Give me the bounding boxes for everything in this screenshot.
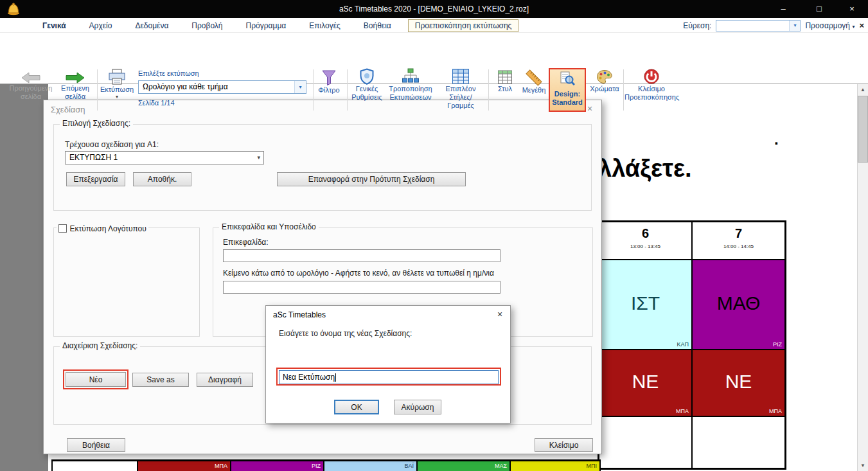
teacher-tag: ΡΙΖ: [773, 341, 782, 348]
tab-voitheia[interactable]: Βοήθεια: [357, 20, 398, 31]
search-input[interactable]: ▾: [716, 20, 801, 31]
tabbar-right-cluster: Εύρεση: ▾ Προσαρμογή ▾ ×: [683, 19, 864, 31]
header-input[interactable]: [223, 249, 500, 262]
customize-menu[interactable]: Προσαρμογή ▾: [805, 21, 855, 30]
filter-button[interactable]: Φίλτρο: [315, 69, 343, 94]
maximize-button[interactable]: □: [804, 0, 834, 18]
printout-select[interactable]: Ωρολόγιο για κάθε τμήμα ▾: [138, 80, 306, 94]
restore-default-button[interactable]: Επαναφορά στην Πρότυπη Σχεδίαση: [277, 172, 466, 186]
design-name-input[interactable]: Νεα Εκτύπωση: [279, 370, 499, 384]
ribbon-tab-bar: Γενικά Αρχείο Δεδομένα Προβολή Πρόγραμμα…: [0, 18, 868, 33]
subject-label: ΝΕ: [693, 371, 784, 393]
vertical-scrollbar[interactable]: ▲ ▼: [857, 84, 868, 471]
table-grid-icon: [437, 68, 484, 85]
tab-epiloges[interactable]: Επιλογές: [303, 20, 347, 31]
teacher-tag: ΡΙΖ: [312, 463, 321, 469]
tab-dedomena[interactable]: Δεδομένα: [128, 20, 175, 31]
print-logo-label: Εκτύπωση Λογότυπου: [69, 224, 146, 233]
delete-button[interactable]: Διαγραφή: [197, 373, 253, 387]
palette-icon: [589, 69, 621, 85]
close-dialog-button[interactable]: Κλείσιμο: [535, 438, 593, 452]
preview-bottom-row: ΜΠΑ ΡΙΖ ΒΑΪ ΜΑΣ ΜΠΙ: [51, 459, 601, 471]
scrollbar-thumb[interactable]: [858, 96, 868, 163]
teacher-tag: ΜΠΙ: [587, 463, 598, 469]
tab-print-preview[interactable]: Προεπισκόπηση εκτύπωσης: [408, 19, 519, 32]
tab-programma[interactable]: Πρόγραμμα: [240, 20, 293, 31]
header-label: Επικεφαλίδα:: [223, 238, 269, 247]
ruler-icon: [519, 69, 549, 86]
close-button[interactable]: ×: [837, 0, 867, 18]
arrow-right-icon: [57, 71, 94, 84]
timetable-cell: ΜΑΣ: [418, 461, 511, 471]
save-button[interactable]: Αποθήκ.: [133, 172, 191, 186]
period-time: 13:00 - 13:45: [599, 244, 691, 249]
timetable-cell: ΜΠΑ: [138, 461, 231, 471]
subject-label: ΝΕ: [599, 371, 691, 393]
chevron-down-icon[interactable]: ▾: [100, 94, 134, 100]
timetable-header-cell: 7 14:00 - 14:45: [693, 222, 784, 259]
tab-genika[interactable]: Γενικά: [36, 20, 73, 31]
period-time: 14:00 - 14:45: [693, 244, 784, 249]
chevron-down-icon[interactable]: ▾: [257, 152, 260, 164]
teacher-tag: ΒΑΪ: [404, 463, 414, 469]
close-icon[interactable]: ×: [493, 309, 506, 319]
colors-button[interactable]: Χρώματα: [589, 69, 621, 93]
printer-icon: [100, 69, 134, 85]
period-number: 7: [693, 226, 784, 241]
extra-columns-rows-button[interactable]: Επιπλέον Στήλες/Γραμμές: [437, 68, 484, 110]
print-logo-option: Εκτύπωση Λογότυπου: [57, 222, 148, 234]
print-logo-checkbox[interactable]: [58, 224, 67, 233]
timetable-cell: ΜΑΘ ΡΙΖ: [693, 260, 784, 349]
tab-provoli[interactable]: Προβολή: [185, 20, 229, 31]
timetable-header-cell: 6 13:00 - 13:45: [599, 222, 691, 259]
edit-button[interactable]: Επεξεργασία: [66, 172, 125, 186]
title-bar: aSc Timetables 2020 - [DEMO_ENIAIO_LYKEI…: [0, 0, 868, 18]
cancel-button[interactable]: Ακύρωση: [394, 400, 441, 414]
preview-toolbar: Προηγούμενη σελίδα Επόμενη σελίδα Εκτύπω…: [0, 33, 868, 84]
help-button[interactable]: Βοήθεια: [67, 438, 125, 452]
timetable-cell: [53, 461, 138, 471]
hierarchy-icon: [387, 68, 434, 85]
timetable-cell: ΡΙΖ: [231, 461, 324, 471]
chevron-down-icon[interactable]: ▾: [789, 21, 800, 31]
group-label: Διαχείριση Σχεδίασης:: [60, 341, 140, 350]
dialog-title: Σχεδίαση: [51, 105, 85, 114]
close-toolbar-icon[interactable]: ×: [859, 21, 864, 30]
style-button[interactable]: Στυλ: [491, 69, 519, 93]
ok-button[interactable]: OK: [334, 400, 379, 414]
close-preview-button[interactable]: Κλείσιμο Προεπισκόπησης: [624, 68, 678, 102]
shield-icon: [350, 68, 384, 85]
save-as-button[interactable]: Save as: [132, 373, 189, 387]
teacher-tag: ΜΠΑ: [769, 408, 782, 414]
teacher-tag: ΚΑΠ: [677, 341, 689, 348]
modify-printouts-button[interactable]: Τροποποίηση Εκτυπώσεων: [387, 68, 434, 102]
print-button[interactable]: Εκτύπωση ▾: [100, 69, 134, 100]
page-indicator: Σελίδα 1/14: [138, 99, 175, 107]
timetable-cell: ΝΕ ΜΠΑ: [599, 350, 691, 416]
design-standard-button[interactable]: Design: Standard: [549, 68, 586, 112]
chevron-down-icon[interactable]: ▾: [294, 81, 306, 93]
design-magnifier-icon: [560, 78, 575, 89]
tab-arxeio[interactable]: Αρχείο: [83, 20, 119, 31]
sizes-button[interactable]: Μεγέθη: [519, 69, 549, 94]
teacher-tag: ΜΑΣ: [495, 463, 507, 469]
annotation-highlight: Νεα Εκτύπωση: [276, 368, 501, 386]
scroll-down-icon[interactable]: ▼: [858, 460, 868, 471]
previous-page-button[interactable]: Προηγούμενη σελίδα: [4, 71, 58, 101]
current-design-select[interactable]: ΕΚΤΥΠΩΣΗ 1 ▾: [65, 151, 264, 164]
scroll-up-icon[interactable]: ▲: [858, 84, 868, 95]
next-page-button[interactable]: Επόμενη σελίδα: [57, 71, 94, 101]
general-settings-button[interactable]: Γενικές Ρυθμίσεις: [350, 68, 384, 102]
text-caret: [335, 373, 336, 382]
footer-input[interactable]: [223, 281, 500, 294]
dialog-title: aSc Timetables: [273, 310, 326, 319]
arrow-left-icon: [4, 71, 58, 84]
style-table-icon: [491, 69, 519, 85]
new-design-button[interactable]: Νέο: [66, 372, 126, 387]
minimize-button[interactable]: –: [768, 0, 798, 18]
period-number: 6: [599, 226, 691, 241]
timetable-empty-cell: [599, 417, 691, 468]
prompt-label: Εισάγετε το όνομα της νέας Σχεδίασης:: [279, 329, 412, 338]
select-printout-label: Επιλέξτε εκτύπωση: [138, 69, 199, 77]
annotation-highlight: Νέο: [63, 369, 128, 389]
